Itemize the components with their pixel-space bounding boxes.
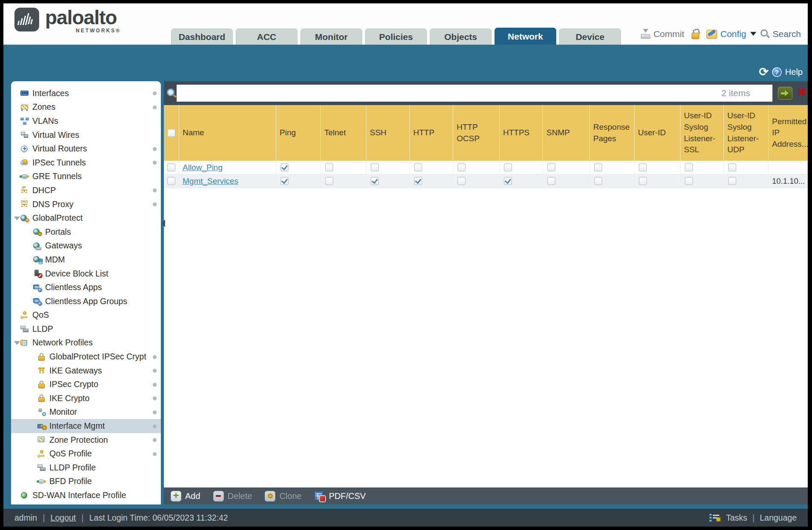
user-id-checkbox[interactable] [639, 163, 647, 171]
select-all-checkbox[interactable] [167, 129, 175, 137]
response-pages-checkbox[interactable] [594, 163, 602, 171]
snmp-checkbox[interactable] [547, 163, 555, 171]
column-header-user-id-syslog-listener-udp[interactable]: User-ID Syslog Listener-UDP [724, 105, 769, 161]
user-id-syslog-listener-ssl-checkbox[interactable] [685, 163, 693, 171]
http-ocsp-checkbox[interactable] [457, 177, 466, 185]
tasks-link[interactable]: Tasks [726, 513, 747, 523]
logout-link[interactable]: Logout [51, 513, 76, 523]
refresh-icon[interactable]: ⟳ [759, 66, 769, 78]
column-header-user-id[interactable]: User-ID [635, 105, 680, 161]
tab-acc[interactable]: ACC [236, 28, 297, 45]
sidebar-item-qos-profile[interactable]: QoS Profile [11, 447, 161, 461]
sidebar-item-bfd-profile[interactable]: BFD Profile [11, 475, 161, 489]
ssh-checkbox[interactable] [371, 163, 379, 171]
tab-monitor[interactable]: Monitor [300, 28, 362, 45]
column-header-response-pages[interactable]: Response Pages [590, 105, 635, 161]
sidebar-item-device-block-list[interactable]: Device Block List [11, 267, 161, 281]
ping-checkbox[interactable] [280, 177, 289, 185]
column-header-telnet[interactable]: Telnet [321, 105, 366, 161]
config-menu-button[interactable]: Config [706, 28, 757, 39]
column-header-permitted-ip-address[interactable]: Permitted IP Address... [769, 105, 808, 161]
tab-network[interactable]: Network [495, 28, 556, 45]
row-select-checkbox[interactable] [167, 163, 175, 171]
expander-icon[interactable] [14, 341, 20, 345]
http-ocsp-checkbox[interactable] [457, 163, 466, 171]
sidebar-item-qos[interactable]: QoS [11, 308, 161, 322]
profile-name-link[interactable]: Allow_Ping [183, 163, 223, 172]
sidebar-item-monitor[interactable]: Monitor [11, 405, 161, 419]
tab-dashboard[interactable]: Dashboard [171, 28, 233, 45]
help-label[interactable]: Help [785, 67, 803, 77]
sidebar-item-zones[interactable]: Zones [11, 100, 161, 114]
user-id-checkbox[interactable] [639, 177, 647, 185]
column-header-snmp[interactable]: SNMP [543, 105, 590, 161]
pdf-csv-button[interactable]: PDF/CSV [315, 491, 366, 502]
ssh-checkbox[interactable] [371, 177, 379, 185]
http-checkbox[interactable] [414, 177, 422, 185]
sidebar-item-globalprotect-ipsec-crypto[interactable]: GlobalProtect IPSec Crypto [11, 350, 161, 364]
search-button[interactable]: Search [760, 29, 801, 39]
clear-filter-button[interactable]: ✖ [797, 85, 807, 99]
sidebar-item-zone-protection[interactable]: Zone Protection [11, 433, 161, 447]
sidebar-item-portals[interactable]: Portals [11, 225, 161, 239]
sidebar-item-network-profiles[interactable]: Network Profiles [11, 336, 161, 350]
column-header-user-id-syslog-listener-ssl[interactable]: User-ID Syslog Listener-SSL [680, 105, 724, 161]
column-header-http[interactable]: HTTP [410, 105, 453, 161]
filter-input[interactable] [177, 85, 772, 102]
sidebar-item-clientless-app-groups[interactable]: Clientless App Groups [11, 294, 161, 308]
sidebar-item-clientless-apps[interactable]: Clientless Apps [11, 280, 161, 294]
apply-filter-button[interactable] [778, 87, 792, 100]
expander-icon[interactable] [14, 217, 20, 220]
response-pages-checkbox[interactable] [594, 177, 602, 185]
sidebar-item-gateways[interactable]: Gateways [11, 239, 161, 253]
column-header-name[interactable]: Name [179, 105, 276, 161]
sidebar-item-ike-crypto[interactable]: IKE Crypto [11, 391, 161, 405]
sidebar-collapse-handle[interactable] [161, 219, 165, 227]
sidebar-item-interface-mgmt[interactable]: Interface Mgmt [11, 419, 161, 433]
column-header-ping[interactable]: Ping [276, 105, 321, 161]
sidebar-item-globalprotect[interactable]: GlobalProtect [11, 211, 161, 225]
service-cell [410, 174, 453, 188]
column-header-ssh[interactable]: SSH [366, 105, 410, 161]
user-id-syslog-listener-ssl-checkbox[interactable] [685, 177, 693, 185]
sidebar-item-dhcp[interactable]: DHCP [11, 183, 161, 197]
profile-name-link[interactable]: Mgmt_Services [183, 177, 238, 186]
sidebar-item-gre-tunnels[interactable]: GRE Tunnels [11, 170, 161, 184]
language-link[interactable]: Language [760, 513, 797, 523]
service-cell [590, 174, 635, 188]
commit-button[interactable]: Commit [640, 29, 684, 39]
user-id-syslog-listener-udp-checkbox[interactable] [728, 177, 736, 185]
tab-device[interactable]: Device [559, 28, 621, 45]
sidebar-item-interfaces[interactable]: Interfaces [11, 86, 161, 100]
sidebar-item-ike-gateways[interactable]: IKE Gateways [11, 364, 161, 378]
sidebar-item-virtual-routers[interactable]: Virtual Routers [11, 142, 161, 156]
sidebar-item-lldp[interactable]: LLDP [11, 322, 161, 336]
sidebar-item-ipsec-tunnels[interactable]: IPSec Tunnels [11, 156, 161, 170]
tab-objects[interactable]: Objects [430, 28, 492, 45]
https-checkbox[interactable] [504, 177, 512, 185]
column-header-http-ocsp[interactable]: HTTP OCSP [453, 105, 500, 161]
sidebar-item-label: Interfaces [32, 88, 69, 98]
ping-checkbox[interactable] [280, 163, 289, 171]
clone-button[interactable]: Clone [265, 491, 301, 502]
sidebar-item-dns-proxy[interactable]: DNS Proxy [11, 197, 161, 211]
telnet-checkbox[interactable] [325, 177, 333, 185]
user-id-syslog-listener-udp-checkbox[interactable] [728, 163, 736, 171]
sidebar-item-mdm[interactable]: MDM [11, 253, 161, 267]
row-select-checkbox[interactable] [167, 177, 175, 185]
sidebar-item-virtual-wires[interactable]: Virtual Wires [11, 128, 161, 142]
sidebar-item-sd-wan-interface-profile[interactable]: SD-WAN Interface Profile [11, 488, 161, 502]
snmp-checkbox[interactable] [547, 177, 555, 185]
sidebar-item-ipsec-crypto[interactable]: IPSec Crypto [11, 377, 161, 391]
column-header-https[interactable]: HTTPS [500, 105, 543, 161]
delete-button[interactable]: Delete [213, 491, 252, 502]
telnet-checkbox[interactable] [325, 163, 333, 171]
help-icon[interactable]: ? [772, 67, 782, 77]
tab-policies[interactable]: Policies [365, 28, 427, 45]
sidebar-item-vlans[interactable]: VLANs [11, 114, 161, 128]
add-button[interactable]: Add [171, 491, 200, 502]
unlock-icon[interactable] [691, 29, 700, 39]
http-checkbox[interactable] [414, 163, 422, 171]
https-checkbox[interactable] [504, 163, 512, 171]
sidebar-item-lldp-profile[interactable]: LLDP Profile [11, 461, 161, 475]
